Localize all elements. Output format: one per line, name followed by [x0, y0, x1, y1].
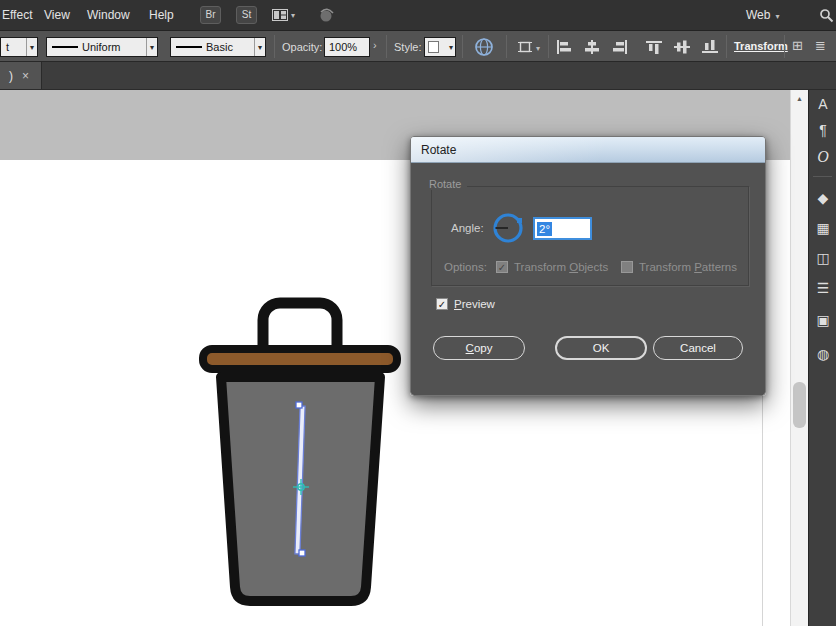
- separator: [274, 35, 275, 58]
- groupbox-label: Rotate: [423, 178, 467, 190]
- document-tab[interactable]: ) ×: [0, 62, 42, 89]
- grid-options-icon[interactable]: ⊞: [792, 38, 803, 53]
- paragraph-panel-icon[interactable]: ¶: [809, 122, 836, 138]
- align-top-icon[interactable]: [646, 40, 662, 56]
- opacity-label[interactable]: Opacity:: [282, 41, 322, 53]
- preview-checkbox[interactable]: ✓: [436, 298, 448, 310]
- separator: [462, 35, 463, 58]
- options-label: Options:: [444, 261, 487, 273]
- align-left-icon[interactable]: [556, 40, 572, 56]
- menu-lines-icon[interactable]: ≣: [815, 38, 826, 53]
- chevron-down-icon: ▾: [146, 38, 157, 56]
- arrange-documents-icon[interactable]: [272, 9, 288, 24]
- label-mnemonic: P: [694, 261, 702, 273]
- angle-dial-icon[interactable]: [491, 211, 525, 248]
- label-text: opy: [474, 342, 493, 354]
- chevron-down-icon: ▾: [254, 38, 265, 56]
- stroke-panel-icon[interactable]: ☰: [809, 280, 836, 296]
- style-swatch: [428, 41, 439, 53]
- globe-icon[interactable]: [474, 37, 494, 59]
- label-text: bjects: [578, 261, 608, 273]
- opacity-field[interactable]: 100%: [324, 37, 370, 57]
- label-text: Transform: [514, 261, 569, 273]
- swatches-panel-icon[interactable]: ▦: [809, 220, 836, 236]
- dialog-title-bar[interactable]: Rotate: [411, 137, 765, 163]
- stroke-weight-value: t: [6, 41, 18, 53]
- vertical-scrollbar[interactable]: ▲: [790, 90, 808, 626]
- stock-button[interactable]: St: [236, 6, 257, 24]
- copy-button[interactable]: Copy: [433, 336, 525, 360]
- label-mnemonic: P: [454, 298, 462, 310]
- menu-view[interactable]: View: [44, 0, 70, 30]
- menu-bar: Effect View Window Help Br St ▾ Web▾: [0, 0, 836, 30]
- label-text: review: [462, 298, 495, 310]
- chevron-down-icon: ▾: [291, 11, 295, 20]
- align-bottom-icon[interactable]: [702, 40, 718, 56]
- width-profile-dropdown[interactable]: Uniform ▾: [46, 37, 158, 57]
- ok-button[interactable]: OK: [555, 336, 647, 360]
- brush-definition-dropdown[interactable]: Basic ▾: [170, 37, 266, 57]
- label-text: Transform: [639, 261, 694, 273]
- search-icon[interactable]: [819, 8, 834, 26]
- menu-effect[interactable]: Effect: [2, 0, 32, 30]
- width-profile-value: Uniform: [82, 41, 138, 53]
- illustrator-window: Effect View Window Help Br St ▾ Web▾ t ▾…: [0, 0, 836, 626]
- label-mnemonic: O: [569, 261, 578, 273]
- style-dropdown[interactable]: ▾: [424, 37, 456, 57]
- workspace-switcher[interactable]: Web▾: [746, 0, 779, 32]
- label-mnemonic: C: [466, 342, 474, 354]
- label-text: atterns: [702, 261, 737, 273]
- bridge-button[interactable]: Br: [200, 6, 221, 24]
- workspace-label: Web: [746, 8, 770, 22]
- chevron-right-icon[interactable]: ›: [373, 39, 377, 51]
- color-panel-icon[interactable]: ◍: [809, 346, 836, 362]
- anchor-point-bottom[interactable]: [299, 550, 305, 556]
- symbols-panel-icon[interactable]: ◫: [809, 250, 836, 266]
- angle-input[interactable]: 2°: [533, 217, 592, 240]
- angle-label: Angle:: [451, 222, 484, 234]
- separator: [784, 35, 785, 58]
- transform-objects-checkbox[interactable]: ✓: [496, 261, 508, 273]
- align-center-horizontal-icon[interactable]: [584, 40, 600, 56]
- preview-label[interactable]: Preview: [454, 298, 495, 310]
- dialog-body: Rotate Angle: 2° Options: ✓ Transform Ob…: [411, 163, 765, 396]
- artboard-options-icon[interactable]: [518, 40, 532, 56]
- align-right-icon[interactable]: [612, 40, 628, 56]
- dock-divider: [813, 176, 832, 177]
- trash-lid: [203, 349, 397, 369]
- character-panel-icon[interactable]: A: [809, 96, 836, 112]
- brush-value: Basic: [206, 41, 246, 53]
- transform-patterns-label[interactable]: Transform Patterns: [639, 261, 737, 273]
- transform-objects-label[interactable]: Transform Objects: [514, 261, 608, 273]
- control-bar: t ▾ Uniform ▾ Basic ▾ Opacity: 100% › St…: [0, 30, 836, 62]
- separator: [506, 35, 507, 58]
- chevron-down-icon: ▾: [536, 44, 540, 53]
- angle-value-selected-text: 2°: [537, 222, 552, 236]
- separator: [726, 35, 727, 58]
- menu-help[interactable]: Help: [149, 0, 174, 30]
- opentype-panel-icon[interactable]: O: [809, 148, 836, 166]
- document-tab-label: ): [9, 69, 13, 83]
- scroll-up-arrow[interactable]: ▲: [791, 90, 808, 106]
- menu-window[interactable]: Window: [87, 0, 130, 30]
- separator: [548, 35, 549, 58]
- style-label: Style:: [394, 41, 422, 53]
- panel-dock: A ¶ O ◆ ▦ ◫ ☰ ▣ ◍: [808, 90, 836, 626]
- transform-link[interactable]: Transform: [734, 40, 788, 52]
- brush-preview: [176, 46, 202, 48]
- chevron-down-icon: ▾: [447, 38, 455, 56]
- artboards-panel-icon[interactable]: ▣: [809, 312, 836, 328]
- rotate-dialog: Rotate Rotate Angle: 2° Options: ✓ Trans…: [410, 136, 766, 396]
- scrollbar-thumb[interactable]: [793, 382, 806, 428]
- document-tab-bar: ) ×: [0, 62, 836, 90]
- anchor-point-top[interactable]: [296, 402, 302, 408]
- chevron-down-icon: ▾: [775, 12, 779, 21]
- separator: [386, 35, 387, 58]
- cancel-button[interactable]: Cancel: [653, 336, 743, 360]
- close-icon[interactable]: ×: [22, 69, 29, 83]
- appearance-panel-icon[interactable]: ◆: [809, 190, 836, 206]
- transform-patterns-checkbox[interactable]: [621, 261, 633, 273]
- hand-gesture-icon[interactable]: [318, 7, 335, 27]
- align-center-vertical-icon[interactable]: [674, 40, 690, 56]
- stroke-weight-dropdown[interactable]: t ▾: [0, 37, 38, 57]
